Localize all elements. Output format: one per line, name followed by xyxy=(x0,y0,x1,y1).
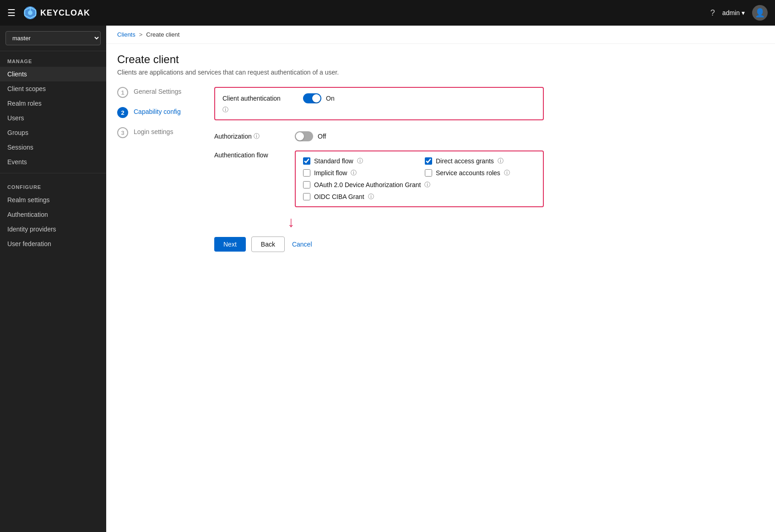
authorization-label: Authorization xyxy=(214,133,252,140)
content-area: Clients > Create client Create client Cl… xyxy=(106,26,775,532)
cancel-button[interactable]: Cancel xyxy=(290,237,314,252)
step-1: 1 General Settings xyxy=(117,87,200,98)
realm-dropdown[interactable]: master xyxy=(5,31,101,45)
realm-selector: master xyxy=(0,26,106,51)
keycloak-logo-icon xyxy=(23,5,38,20)
step-3-number: 3 xyxy=(117,127,128,138)
direct-access-checkbox[interactable] xyxy=(425,157,432,165)
client-auth-info-icon[interactable]: ⓘ xyxy=(222,106,228,113)
implicit-flow-checkbox[interactable] xyxy=(303,169,310,177)
admin-label: admin xyxy=(722,9,740,16)
client-auth-toggle[interactable] xyxy=(303,93,321,103)
manage-section-label: Manage xyxy=(0,51,106,67)
breadcrumb-parent[interactable]: Clients xyxy=(117,31,135,38)
client-auth-toggle-knob xyxy=(312,94,320,102)
wizard-area: 1 General Settings 2 Capability config 3… xyxy=(106,81,775,532)
button-row: Next Back Cancel xyxy=(214,236,544,252)
checkbox-oauth-device: OAuth 2.0 Device Authorization Grant ⓘ xyxy=(303,181,536,189)
oidc-ciba-info-icon[interactable]: ⓘ xyxy=(368,193,374,201)
step-2-number: 2 xyxy=(117,107,128,118)
down-arrow-icon: ↓ xyxy=(287,215,295,229)
checkbox-standard-flow: Standard flow ⓘ xyxy=(303,157,414,165)
sidebar-item-user-federation[interactable]: User federation xyxy=(0,236,106,251)
next-button[interactable]: Next xyxy=(214,237,246,252)
breadcrumb-current: Create client xyxy=(146,31,179,38)
sidebar-item-clients[interactable]: Clients xyxy=(0,67,106,81)
service-accounts-info-icon[interactable]: ⓘ xyxy=(504,169,510,177)
app-logo: KEYCLOAK xyxy=(23,5,90,20)
step-3-label: Login settings xyxy=(134,127,173,135)
sidebar-item-events[interactable]: Events xyxy=(0,155,106,169)
step-2: 2 Capability config xyxy=(117,107,200,118)
app-name: KEYCLOAK xyxy=(40,8,90,18)
steps-panel: 1 General Settings 2 Capability config 3… xyxy=(117,81,200,521)
step-1-label: General Settings xyxy=(134,87,181,95)
authorization-toggle-knob xyxy=(296,132,304,140)
checkbox-oidc-ciba: OIDC CIBA Grant ⓘ xyxy=(303,193,536,201)
direct-access-info-icon[interactable]: ⓘ xyxy=(498,157,504,165)
authorization-toggle-label: Off xyxy=(318,133,326,140)
arrow-annotation: ↓ xyxy=(287,215,544,229)
back-button[interactable]: Back xyxy=(251,236,285,252)
checkboxes-grid: Standard flow ⓘ Direct access grants ⓘ xyxy=(303,157,536,201)
auth-flow-box: Standard flow ⓘ Direct access grants ⓘ xyxy=(295,150,544,207)
form-panel: Client authentication On ⓘ xyxy=(214,81,544,521)
sidebar-item-realm-settings[interactable]: Realm settings xyxy=(0,193,106,207)
step-1-number: 1 xyxy=(117,87,128,98)
breadcrumb-separator: > xyxy=(139,31,143,38)
client-auth-toggle-container: On xyxy=(303,93,335,103)
oidc-ciba-checkbox[interactable] xyxy=(303,193,310,200)
sidebar-item-authentication[interactable]: Authentication xyxy=(0,207,106,222)
sidebar: master Manage Clients Client scopes Real… xyxy=(0,26,106,532)
svg-point-2 xyxy=(28,11,33,15)
client-auth-label: Client authentication xyxy=(222,95,296,102)
hamburger-menu[interactable]: ☰ xyxy=(7,7,16,18)
admin-menu[interactable]: admin ▾ xyxy=(722,9,745,16)
standard-flow-info-icon[interactable]: ⓘ xyxy=(357,157,363,165)
admin-chevron-icon: ▾ xyxy=(742,9,745,16)
oidc-ciba-label: OIDC CIBA Grant xyxy=(314,193,364,200)
implicit-flow-label: Implicit flow xyxy=(314,169,347,177)
client-auth-box: Client authentication On ⓘ xyxy=(214,87,544,120)
direct-access-label: Direct access grants xyxy=(436,157,494,165)
oauth-device-info-icon[interactable]: ⓘ xyxy=(424,181,430,189)
sidebar-item-sessions[interactable]: Sessions xyxy=(0,140,106,155)
standard-flow-label: Standard flow xyxy=(314,157,353,165)
breadcrumb: Clients > Create client xyxy=(106,26,775,44)
auth-flow-section: Authentication flow Standard flow ⓘ xyxy=(214,150,544,207)
authorization-toggle[interactable] xyxy=(295,131,313,141)
authorization-info-icon[interactable]: ⓘ xyxy=(254,132,260,140)
topnav-right: ? admin ▾ 👤 xyxy=(710,5,768,21)
main-layout: master Manage Clients Client scopes Real… xyxy=(0,26,775,532)
service-accounts-checkbox[interactable] xyxy=(425,169,432,177)
service-accounts-label: Service accounts roles xyxy=(436,169,500,177)
checkbox-service-accounts: Service accounts roles ⓘ xyxy=(425,169,536,177)
page-description: Clients are applications and services th… xyxy=(117,69,764,76)
checkbox-direct-access: Direct access grants ⓘ xyxy=(425,157,536,165)
client-auth-row: Client authentication On xyxy=(222,93,536,103)
authorization-row: Authorization ⓘ Off xyxy=(214,129,544,143)
checkbox-implicit-flow: Implicit flow ⓘ xyxy=(303,169,414,177)
authorization-toggle-container: Off xyxy=(295,131,326,141)
sidebar-item-client-scopes[interactable]: Client scopes xyxy=(0,81,106,96)
top-navigation: ☰ KEYCLOAK ? admin ▾ 👤 xyxy=(0,0,775,26)
oauth-device-label: OAuth 2.0 Device Authorization Grant xyxy=(314,181,421,188)
help-button[interactable]: ? xyxy=(710,8,715,18)
authorization-label-container: Authorization ⓘ xyxy=(214,132,287,140)
client-auth-toggle-label: On xyxy=(326,95,335,102)
sidebar-item-users[interactable]: Users xyxy=(0,111,106,125)
configure-section-label: Configure xyxy=(0,177,106,193)
implicit-flow-info-icon[interactable]: ⓘ xyxy=(351,169,357,177)
sidebar-item-identity-providers[interactable]: Identity providers xyxy=(0,222,106,236)
sidebar-divider xyxy=(0,173,106,173)
page-title: Create client xyxy=(117,53,764,66)
sidebar-item-realm-roles[interactable]: Realm roles xyxy=(0,96,106,111)
step-3: 3 Login settings xyxy=(117,127,200,138)
step-2-label: Capability config xyxy=(134,107,181,115)
page-header: Create client Clients are applications a… xyxy=(106,44,775,81)
sidebar-item-groups[interactable]: Groups xyxy=(0,125,106,140)
avatar[interactable]: 👤 xyxy=(752,5,768,21)
standard-flow-checkbox[interactable] xyxy=(303,157,310,165)
oauth-device-checkbox[interactable] xyxy=(303,181,310,188)
auth-flow-label: Authentication flow xyxy=(214,150,287,159)
